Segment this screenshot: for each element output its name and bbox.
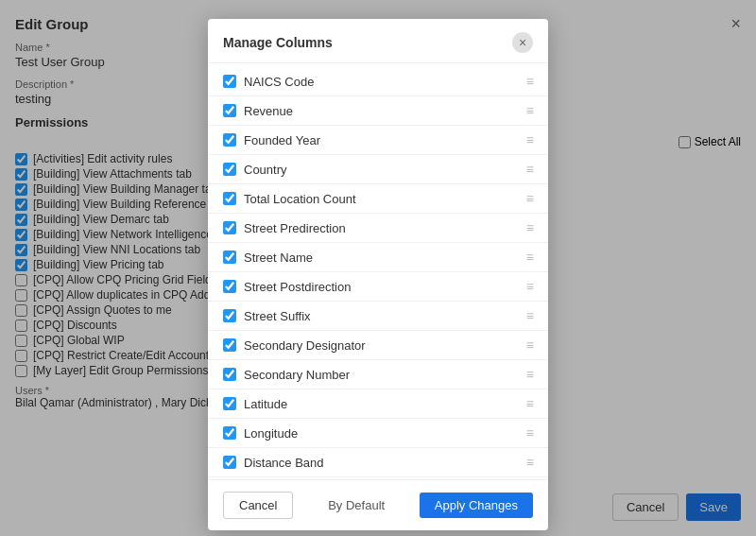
- drag-handle-icon[interactable]: ≡: [526, 337, 533, 353]
- column-label: Revenue: [244, 104, 293, 118]
- column-item: Street Name≡: [208, 243, 548, 272]
- modal-header: Manage Columns ×: [208, 19, 548, 63]
- column-label: Country: [244, 163, 287, 177]
- by-default-button[interactable]: By Default: [313, 493, 400, 518]
- manage-columns-modal: Manage Columns × NAICS Code≡Revenue≡Foun…: [208, 19, 548, 530]
- column-checkbox[interactable]: [223, 338, 236, 352]
- column-checkbox[interactable]: [223, 133, 236, 147]
- drag-handle-icon[interactable]: ≡: [526, 132, 533, 147]
- drag-handle-icon[interactable]: ≡: [526, 279, 533, 294]
- drag-handle-icon[interactable]: ≡: [526, 308, 533, 323]
- modal-body: NAICS Code≡Revenue≡Founded Year≡Country≡…: [208, 63, 548, 479]
- column-label: Total Location Count: [244, 192, 356, 206]
- column-checkbox[interactable]: [223, 309, 236, 322]
- column-label: Secondary Number: [244, 368, 350, 382]
- column-item: Secondary Designator≡: [208, 331, 548, 360]
- column-item: Founded Year≡: [208, 126, 548, 155]
- column-item: Revenue≡: [208, 96, 548, 126]
- column-item: Secondary Number≡: [208, 360, 548, 389]
- column-checkbox[interactable]: [223, 192, 236, 205]
- column-label: Latitude: [244, 397, 287, 411]
- drag-handle-icon[interactable]: ≡: [526, 425, 533, 441]
- column-item: Total Location Count≡: [208, 184, 548, 214]
- drag-handle-icon[interactable]: ≡: [526, 396, 533, 411]
- modal-close-button[interactable]: ×: [512, 32, 533, 53]
- column-checkbox[interactable]: [223, 397, 236, 410]
- column-label: Street Suffix: [244, 309, 311, 323]
- drag-handle-icon[interactable]: ≡: [526, 191, 533, 206]
- modal-cancel-button[interactable]: Cancel: [223, 492, 293, 519]
- drag-handle-icon[interactable]: ≡: [526, 74, 533, 89]
- column-item: Latitude≡: [208, 389, 548, 419]
- drag-handle-icon[interactable]: ≡: [526, 455, 533, 470]
- column-checkbox[interactable]: [223, 426, 236, 440]
- column-label: Secondary Designator: [244, 338, 366, 353]
- drag-handle-icon[interactable]: ≡: [526, 367, 533, 382]
- column-checkbox[interactable]: [223, 251, 236, 264]
- drag-handle-icon[interactable]: ≡: [526, 250, 533, 265]
- column-label: NAICS Code: [244, 75, 314, 89]
- column-checkbox[interactable]: [223, 221, 236, 234]
- column-item: Street Predirection≡: [208, 214, 548, 243]
- column-item: Distance Band≡: [208, 448, 548, 477]
- column-checkbox[interactable]: [223, 163, 236, 176]
- modal-title: Manage Columns: [223, 35, 333, 50]
- column-label: Street Predirection: [244, 221, 346, 235]
- column-label: Street Postdirection: [244, 280, 351, 294]
- drag-handle-icon[interactable]: ≡: [526, 220, 533, 235]
- column-label: Distance Band: [244, 456, 324, 470]
- column-checkbox[interactable]: [223, 75, 236, 88]
- column-item: Longitude≡: [208, 419, 548, 448]
- column-checkbox[interactable]: [223, 104, 236, 117]
- column-label: Street Name: [244, 251, 313, 265]
- column-checkbox[interactable]: [223, 280, 236, 293]
- apply-changes-button[interactable]: Apply Changes: [420, 493, 533, 518]
- column-label: Founded Year: [244, 133, 320, 147]
- modal-footer: Cancel By Default Apply Changes: [208, 479, 548, 530]
- column-item: NAICS Code≡: [208, 67, 548, 96]
- column-checkbox[interactable]: [223, 368, 236, 381]
- drag-handle-icon[interactable]: ≡: [526, 103, 533, 118]
- column-checkbox[interactable]: [223, 456, 236, 469]
- column-item: Street Suffix≡: [208, 302, 548, 331]
- column-item: Country≡: [208, 155, 548, 184]
- column-item: Street Postdirection≡: [208, 272, 548, 302]
- column-label: Longitude: [244, 426, 298, 441]
- drag-handle-icon[interactable]: ≡: [526, 162, 533, 177]
